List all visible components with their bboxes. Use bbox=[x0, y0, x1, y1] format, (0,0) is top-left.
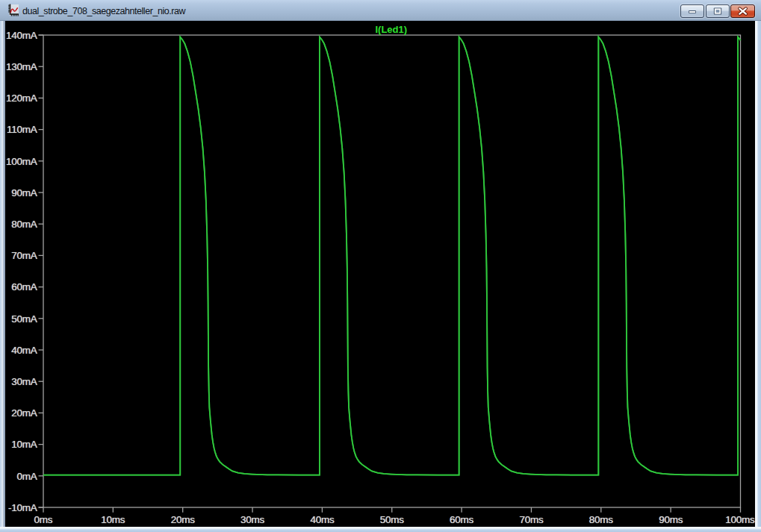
y-tick-label: 80mA bbox=[11, 219, 37, 230]
y-tick-label: 120mA bbox=[6, 93, 37, 104]
close-button[interactable] bbox=[730, 4, 755, 18]
y-tick-label: 30mA bbox=[11, 376, 37, 387]
waveform-file-icon bbox=[6, 4, 19, 17]
maximize-button[interactable] bbox=[706, 4, 730, 18]
waveform-plot: 140mA130mA120mA110mA100mA90mA80mA70mA60m… bbox=[5, 21, 755, 527]
ltspice-waveform-window: dual_strobe_708_saegezahnteller_nio.raw bbox=[0, 0, 761, 532]
y-tick-label: 70mA bbox=[11, 250, 37, 261]
x-tick-label: 10ms bbox=[101, 514, 125, 525]
x-tick-label: 50ms bbox=[380, 514, 405, 525]
x-tick-label: 100ms bbox=[725, 514, 755, 525]
plot-title: I(Led1) bbox=[375, 24, 407, 35]
close-icon bbox=[731, 5, 754, 17]
titlebar[interactable]: dual_strobe_708_saegezahnteller_nio.raw bbox=[0, 0, 761, 21]
x-tick-label: 0ms bbox=[34, 514, 53, 525]
x-tick-label: 20ms bbox=[171, 514, 196, 525]
y-tick-label: 100mA bbox=[6, 156, 37, 167]
window-border-bottom bbox=[0, 527, 761, 532]
window-title: dual_strobe_708_saegezahnteller_nio.raw bbox=[22, 5, 185, 17]
x-tick-label: 60ms bbox=[450, 514, 474, 525]
y-tick-label: 0mA bbox=[16, 471, 37, 482]
x-tick-label: 40ms bbox=[310, 514, 335, 525]
x-tick-label: 70ms bbox=[519, 514, 544, 525]
waveform-pane[interactable]: 140mA130mA120mA110mA100mA90mA80mA70mA60m… bbox=[5, 21, 755, 527]
minimize-button[interactable] bbox=[680, 4, 704, 18]
y-tick-label: 10mA bbox=[11, 439, 37, 450]
y-tick-label: -10mA bbox=[8, 502, 37, 513]
window-border-left bbox=[0, 21, 5, 532]
y-tick-label: 40mA bbox=[11, 345, 37, 356]
plot-box bbox=[43, 35, 741, 507]
y-tick-label: 60mA bbox=[11, 281, 37, 292]
y-tick-label: 140mA bbox=[6, 30, 37, 41]
x-tick-label: 30ms bbox=[240, 514, 265, 525]
minimize-icon bbox=[681, 5, 703, 17]
y-tick-label: 130mA bbox=[6, 61, 37, 72]
x-tick-label: 90ms bbox=[659, 514, 683, 525]
window-border-right bbox=[755, 21, 761, 532]
y-tick-label: 110mA bbox=[7, 124, 37, 135]
x-tick-label: 80ms bbox=[589, 514, 614, 525]
maximize-icon bbox=[706, 5, 729, 17]
y-tick-label: 90mA bbox=[11, 187, 37, 198]
y-tick-label: 20mA bbox=[11, 407, 37, 419]
y-tick-label: 50mA bbox=[11, 313, 37, 325]
